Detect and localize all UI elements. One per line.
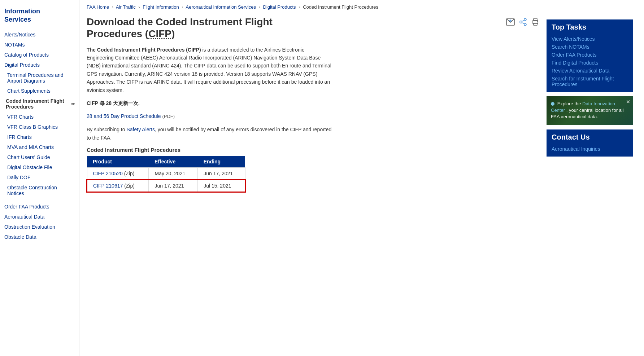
sidebar-item-daily-dof[interactable]: Daily DOF <box>0 172 79 183</box>
contact-aero-inquiries[interactable]: Aeronautical Inquiries <box>552 145 628 153</box>
top-tasks-box: Top Tasks View Alerts/Notices Search NOT… <box>547 19 633 92</box>
table-section: Coded Instrument Flight Procedures Produ… <box>87 147 539 192</box>
contact-us-box: Contact Us Aeronautical Inquiries <box>547 129 633 157</box>
breadcrumb-sep3: › <box>182 4 183 10</box>
print-icon[interactable] <box>531 18 539 28</box>
page-title: Download the Coded Instrument Flight Pro… <box>87 16 273 40</box>
share-icon[interactable] <box>519 18 527 28</box>
top-task-search-instrument[interactable]: Search for Instrument Flight Procedures <box>552 75 628 88</box>
sidebar-item-chart-supplements[interactable]: Chart Supplements <box>0 86 79 96</box>
svg-point-4 <box>524 23 526 26</box>
product-link-cell-2: CIFP 210617 (Zip) <box>87 180 149 192</box>
sidebar-item-mva-mia[interactable]: MVA and MIA Charts <box>0 142 79 152</box>
cifp-210617-link[interactable]: CIFP 210617 <box>93 183 123 189</box>
col-effective: Effective <box>149 156 198 168</box>
title-row: Download the Coded Instrument Flight Pro… <box>87 16 539 40</box>
body-safety-alerts: By subscribing to Safety Alerts, you wil… <box>87 126 332 142</box>
svg-point-2 <box>524 18 526 21</box>
schedule-link[interactable]: 28 and 56 Day Product Schedule <box>87 113 161 119</box>
email-icon[interactable] <box>506 18 515 27</box>
table-row: CIFP 210520 (Zip) May 20, 2021 Jun 17, 2… <box>87 168 245 180</box>
body-paragraph-1: The Coded Instrument Flight Procedures (… <box>87 46 332 94</box>
sidebar-item-vfr-class-b[interactable]: VFR Class B Graphics <box>0 122 79 132</box>
ending-date-1: Jun 17, 2021 <box>198 168 245 180</box>
body-schedule-link: 28 and 56 Day Product Schedule (PDF) <box>87 112 332 120</box>
sidebar-section-title: InformationServices <box>0 4 79 26</box>
effective-date-2: Jun 17, 2021 <box>149 180 198 192</box>
right-rail: Top Tasks View Alerts/Notices Search NOT… <box>539 16 637 193</box>
breadcrumb-sep5: › <box>299 4 300 10</box>
top-task-order-faa[interactable]: Order FAA Products <box>552 51 628 59</box>
table-header-row: Product Effective Ending <box>87 156 245 168</box>
sidebar-item-chart-users-guide[interactable]: Chart Users' Guide <box>0 152 79 162</box>
sidebar-item-order-faa-products[interactable]: Order FAA Products <box>0 202 79 212</box>
cifp-210520-link[interactable]: CIFP 210520 <box>93 171 123 176</box>
cifp-acronym: CIFP <box>148 28 171 39</box>
top-tasks-title: Top Tasks <box>552 23 628 31</box>
sidebar-item-catalog-of-products[interactable]: Catalog of Products <box>0 50 79 60</box>
col-ending: Ending <box>198 156 245 168</box>
di-text-prefix: Explore the <box>557 101 582 106</box>
svg-rect-9 <box>534 19 537 21</box>
sidebar-item-obstacle-construction[interactable]: Obstacle Construction Notices <box>0 183 79 198</box>
breadcrumb-digital-products[interactable]: Digital Products <box>263 4 296 10</box>
table-row-highlighted: CIFP 210617 (Zip) Jun 17, 2021 Jul 15, 2… <box>87 180 245 192</box>
di-close-button[interactable]: ✕ <box>626 98 630 106</box>
sidebar-item-aeronautical-data[interactable]: Aeronautical Data <box>0 212 79 222</box>
table-section-title: Coded Instrument Flight Procedures <box>87 147 539 153</box>
safety-alerts-link[interactable]: Safety Alerts <box>127 127 155 132</box>
breadcrumb-sep4: › <box>259 4 260 10</box>
col-product: Product <box>87 156 149 168</box>
svg-line-6 <box>522 20 524 21</box>
contact-us-title: Contact Us <box>552 133 628 141</box>
breadcrumb-air-traffic[interactable]: Air Traffic <box>116 4 136 10</box>
sidebar-item-coded-instrument[interactable]: Coded Instrument Flight Procedures ⇒ <box>0 96 79 112</box>
breadcrumb-aero-info[interactable]: Aeronautical Information Services <box>186 4 256 10</box>
top-task-find-digital[interactable]: Find Digital Products <box>552 59 628 67</box>
cifp-table: Product Effective Ending CIFP 210520 (Zi… <box>87 156 245 192</box>
sidebar-item-obstruction-evaluation[interactable]: Obstruction Evaluation <box>0 222 79 232</box>
zip-label: (Zip) <box>124 171 135 176</box>
pdf-label: (PDF) <box>162 114 175 119</box>
sidebar-item-digital-products[interactable]: Digital Products <box>0 60 79 70</box>
breadcrumb-faa-home[interactable]: FAA Home <box>87 4 109 10</box>
svg-point-10 <box>537 21 538 22</box>
ending-date-2: Jul 15, 2021 <box>198 180 245 192</box>
sidebar-item-notams[interactable]: NOTAMs <box>0 40 79 50</box>
title-icons <box>506 18 539 28</box>
top-task-view-alerts[interactable]: View Alerts/Notices <box>552 35 628 43</box>
breadcrumb-sep1: › <box>112 4 113 10</box>
svg-point-3 <box>520 21 522 23</box>
sidebar-item-obstacle-data[interactable]: Obstacle Data <box>0 232 79 242</box>
sidebar-item-terminal-procedures[interactable]: Terminal Procedures and Airport Diagrams <box>0 70 79 86</box>
sidebar-item-vfr-charts[interactable]: VFR Charts <box>0 112 79 122</box>
sidebar-item-ifr-charts[interactable]: IFR Charts <box>0 132 79 142</box>
data-innovation-box: Explore the Data Innovation Center , you… <box>547 96 633 125</box>
breadcrumb-current: Coded Instrument Flight Procedures <box>303 4 378 10</box>
arrow-icon: ⇒ <box>71 101 75 106</box>
di-dot-icon <box>551 102 554 106</box>
effective-date-1: May 20, 2021 <box>149 168 198 180</box>
sidebar-item-digital-obstacle-file[interactable]: Digital Obstacle File <box>0 162 79 172</box>
sidebar-item-alerts-notices[interactable]: Alerts/Notices <box>0 30 79 40</box>
body-chinese-update: CIFP 每 28 天更新一次. <box>87 99 332 107</box>
top-task-search-notams[interactable]: Search NOTAMs <box>552 43 628 51</box>
breadcrumb: FAA Home › Air Traffic › Flight Informat… <box>87 4 637 11</box>
sidebar: InformationServices Alerts/Notices NOTAM… <box>0 0 79 356</box>
breadcrumb-flight-info[interactable]: Flight Information <box>143 4 179 10</box>
zip-label-2: (Zip) <box>124 183 135 189</box>
main-content: FAA Home › Air Traffic › Flight Informat… <box>79 0 644 356</box>
svg-line-5 <box>522 22 524 24</box>
breadcrumb-sep2: › <box>138 4 140 10</box>
top-task-review-aero[interactable]: Review Aeronautical Data <box>552 67 628 75</box>
svg-rect-8 <box>534 23 537 25</box>
product-link-cell: CIFP 210520 (Zip) <box>87 168 149 180</box>
